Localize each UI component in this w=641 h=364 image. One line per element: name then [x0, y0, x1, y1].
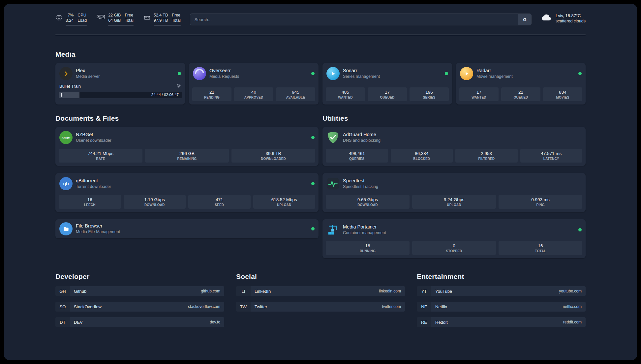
stat-value: 9.24 Gbps	[413, 197, 495, 202]
adguard-icon	[326, 131, 340, 144]
filebrowser-icon	[59, 222, 73, 235]
service-desc: Series management	[343, 74, 380, 79]
stat-tile: 498,461 QUERIES	[326, 149, 388, 163]
stat-value: 485	[327, 90, 364, 95]
sonarr-icon	[326, 67, 340, 80]
section-media: Media Plex Media server Bullet Train	[55, 50, 586, 105]
section-utilities: Utilities AdGuard Home DNS and adblockin…	[322, 114, 586, 258]
playback-time: 24:44 / 02:06:47	[151, 93, 179, 97]
bookmark-name: YouTube	[435, 289, 452, 294]
bookmark-abbr: DT	[55, 317, 70, 327]
bookmark-reddit[interactable]: RE Reddit reddit.com	[417, 317, 586, 327]
stat-value: 40	[235, 90, 272, 95]
bookmark-url: github.com	[201, 289, 220, 293]
section-title-entertainment: Entertainment	[417, 273, 586, 281]
stat-value: 47.571 ms	[522, 151, 581, 156]
stat-value: 22	[503, 90, 539, 95]
stat-value: 17	[369, 90, 406, 95]
status-dot	[578, 228, 582, 231]
cpu-widget: 7% CPU 3.24 Load	[55, 13, 87, 26]
stat-tile: 16 LEECH	[59, 195, 121, 209]
stat-label: PENDING	[194, 96, 230, 99]
topbar: 7% CPU 3.24 Load 22 GiB Free 64 GiB Tota…	[55, 13, 586, 26]
section-title-developer: Developer	[55, 273, 224, 281]
stat-value: 618.52 Mbps	[255, 197, 314, 202]
stat-label: APPROVED	[235, 96, 272, 99]
memory-free-value: 22 GiB	[108, 13, 121, 18]
stat-tile: 0.993 ms PING	[499, 195, 582, 209]
bookmark-url: linkedin.com	[379, 289, 401, 293]
pause-icon[interactable]	[61, 93, 63, 97]
bookmark-youtube[interactable]: YT YouTube youtube.com	[417, 286, 586, 296]
stat-tile: 0 STOPPED	[412, 241, 496, 255]
disk-icon	[143, 14, 151, 26]
stat-label: LATENCY	[522, 157, 581, 161]
stat-value: 16	[327, 243, 408, 248]
stat-tile: 47.571 ms LATENCY	[520, 149, 583, 163]
service-card-qbittorrent[interactable]: qb qBittorrent Torrent downloader 16 LEE…	[55, 173, 319, 212]
stat-tile: 1.19 Gbps DOWNLOAD	[124, 195, 186, 209]
nzbget-icon: nzbget	[59, 131, 73, 144]
service-card-radarr[interactable]: Radarr Movie management 17 WANTED 22 QUE…	[456, 63, 586, 105]
bookmark-twitter[interactable]: TW Twitter twitter.com	[236, 302, 405, 312]
memory-total-value: 64 GiB	[108, 18, 121, 23]
service-desc: Usenet downloader	[76, 138, 111, 143]
service-card-overseerr[interactable]: Overseerr Media Requests 21 PENDING 40 A…	[189, 63, 319, 105]
stat-value: 0.993 ms	[500, 197, 581, 202]
service-card-speedtest[interactable]: Speedtest Speedtest Tracking 9.65 Gbps D…	[322, 173, 586, 212]
bookmark-netflix[interactable]: NF Netflix netflix.com	[417, 302, 586, 312]
service-card-filebrowser[interactable]: File Browser Media File Management	[55, 219, 319, 238]
service-name: Plex	[76, 68, 100, 74]
bookmark-url: youtube.com	[559, 289, 582, 293]
bookmark-stackoverflow[interactable]: SO StackOverflow stackoverflow.com	[55, 302, 224, 312]
service-name: File Browser	[76, 223, 120, 229]
bookmark-dev[interactable]: DT DEV dev.to	[55, 317, 224, 327]
stat-label: LEECH	[60, 203, 120, 207]
bookmark-github[interactable]: GH Github github.com	[55, 286, 224, 296]
cpu-load-value: 3.24	[66, 18, 74, 23]
plex-icon	[59, 67, 73, 80]
stat-tile: 196 SERIES	[410, 87, 449, 101]
bookmark-url: netflix.com	[563, 304, 582, 309]
stat-value: 498,461	[327, 151, 387, 156]
service-card-nzbget[interactable]: nzbget NZBGet Usenet downloader 744.21 M…	[55, 127, 319, 166]
stat-label: STOPPED	[413, 249, 495, 253]
stat-tile: 39.6 TB DOWNLOADED	[231, 149, 315, 163]
service-card-sonarr[interactable]: Sonarr Series management 485 WANTED 17 Q…	[322, 63, 452, 105]
bookmark-name: Github	[74, 289, 86, 294]
stat-label: RATE	[60, 157, 141, 161]
service-card-plex[interactable]: Plex Media server Bullet Train 24:44 / 0…	[55, 63, 185, 105]
section-title-media: Media	[55, 50, 586, 58]
stat-label: BLOCKED	[392, 157, 452, 161]
disk-progress-bar	[154, 25, 181, 26]
stat-label: DOWNLOAD	[125, 203, 185, 207]
stat-value: 39.6 TB	[233, 151, 314, 156]
stat-value: 0	[413, 243, 495, 248]
stat-tile: 16 RUNNING	[326, 241, 410, 255]
stat-tile: 485 WANTED	[326, 87, 365, 101]
stat-value: 744.21 Mbps	[60, 151, 141, 156]
stat-label: DOWNLOAD	[327, 203, 408, 207]
bookmark-abbr: YT	[417, 286, 431, 296]
bookmark-url: twitter.com	[382, 304, 401, 309]
disk-free-value: 52.4 TB	[154, 13, 168, 18]
gear-icon[interactable]	[176, 83, 181, 89]
search-provider-button[interactable]: G	[518, 14, 531, 25]
stat-tile: 266 GB REMAINING	[145, 149, 229, 163]
service-card-portainer[interactable]: Media Portainer Container management 16 …	[322, 219, 586, 258]
bookmark-name: StackOverflow	[74, 304, 102, 309]
disk-total-label: Total	[172, 18, 180, 23]
search-bar: G	[190, 14, 532, 25]
service-card-adguard[interactable]: AdGuard Home DNS and adblocking 498,461 …	[322, 127, 586, 166]
bookmark-group-entertainment: Entertainment YT YouTube youtube.com NF …	[417, 273, 586, 333]
stat-value: 266 GB	[146, 151, 228, 156]
stat-value: 17	[461, 90, 497, 95]
bookmark-url: stackoverflow.com	[188, 304, 220, 309]
service-name: Media Portainer	[343, 224, 386, 230]
search-input[interactable]	[190, 14, 518, 25]
cpu-load-label: Load	[77, 18, 87, 23]
now-playing-title: Bullet Train	[59, 84, 81, 89]
stat-tile: 471 SEED	[188, 195, 251, 209]
stat-label: RUNNING	[327, 249, 408, 253]
bookmark-linkedin[interactable]: LI LinkedIn linkedin.com	[236, 286, 405, 296]
